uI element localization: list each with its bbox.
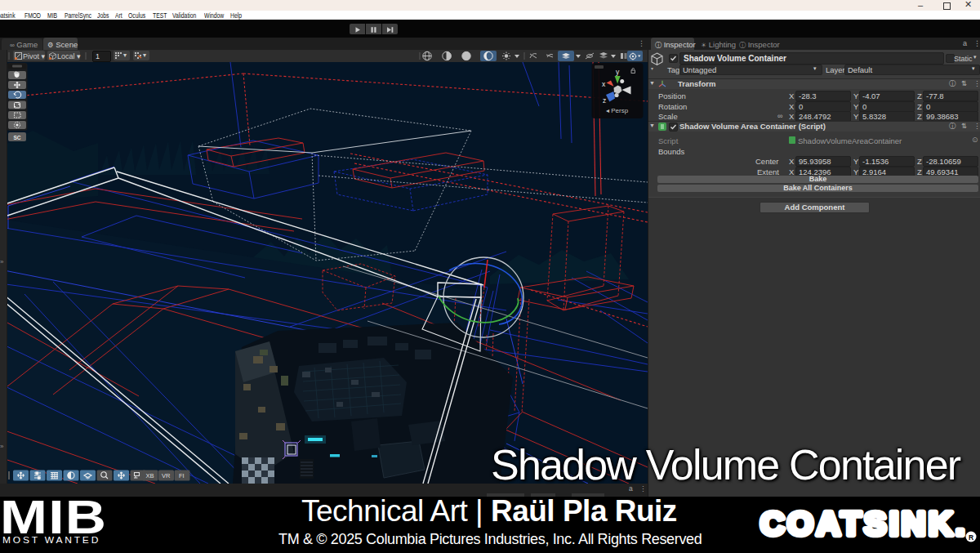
- svg-text:z: z: [603, 96, 606, 105]
- svg-text:FI: FI: [179, 472, 185, 479]
- svg-text:VR: VR: [162, 472, 171, 479]
- svg-text:R: R: [969, 533, 973, 542]
- svg-text:SC: SC: [14, 135, 21, 140]
- svg-text:◂ Persp: ◂ Persp: [606, 107, 629, 114]
- svg-text:COATSINK.: COATSINK.: [760, 505, 968, 542]
- svg-text:XB: XB: [146, 472, 154, 479]
